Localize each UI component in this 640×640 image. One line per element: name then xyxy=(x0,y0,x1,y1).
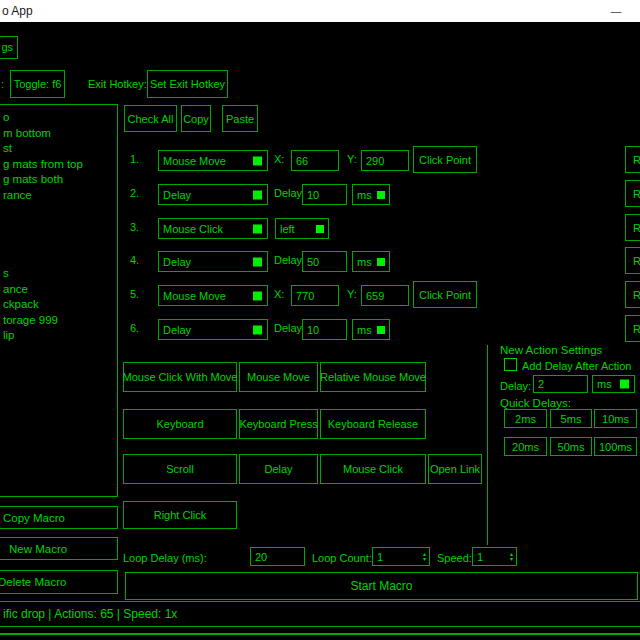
action-type-dropdown[interactable]: Delay xyxy=(158,184,268,205)
exit-hotkey-label: Exit Hotkey: xyxy=(88,78,147,90)
remove-action-button[interactable]: R xyxy=(625,214,640,241)
action-type-value: Delay xyxy=(163,324,191,336)
list-item[interactable] xyxy=(0,219,117,235)
action-type-dropdown[interactable]: Delay xyxy=(158,251,268,272)
speed-stepper[interactable]: 1 ▴ ▾ xyxy=(472,547,517,566)
list-item[interactable]: torage 999 xyxy=(0,313,117,329)
new-action-delay-unit-dropdown[interactable]: ms xyxy=(592,375,635,393)
list-item[interactable] xyxy=(0,204,117,220)
dropdown-indicator-icon xyxy=(253,224,262,233)
action-type-dropdown[interactable]: Mouse Move xyxy=(158,285,268,306)
remove-action-button[interactable]: R xyxy=(625,146,640,173)
minimize-icon[interactable]: — xyxy=(603,0,629,22)
quick-delay-2ms-button[interactable]: 2ms xyxy=(504,409,547,428)
x-input[interactable]: 66 xyxy=(291,150,339,171)
add-delay-button[interactable]: Delay xyxy=(239,454,318,484)
x-input[interactable]: 770 xyxy=(291,285,339,306)
delay-input[interactable]: 10 xyxy=(302,319,347,340)
delay-unit-value: ms xyxy=(357,189,372,201)
list-item[interactable] xyxy=(0,250,117,266)
click-point-button[interactable]: Click Point xyxy=(413,281,477,308)
delay-label: Delay xyxy=(274,322,302,334)
remove-action-button[interactable]: R xyxy=(625,247,640,274)
spinner-down-icon[interactable]: ▾ xyxy=(423,557,426,562)
list-item[interactable]: g mats both xyxy=(0,172,117,188)
action-type-value: Mouse Click xyxy=(163,223,223,235)
add-mouse-click-button[interactable]: Mouse Click xyxy=(320,454,426,484)
paste-button[interactable]: Paste xyxy=(222,105,258,132)
action-row-number: 3. xyxy=(130,221,139,233)
list-item[interactable]: ance xyxy=(0,282,117,298)
add-delay-after-action-checkbox[interactable] xyxy=(504,358,517,371)
new-macro-button[interactable]: New Macro xyxy=(0,537,118,560)
quick-delay-100ms-button[interactable]: 100ms xyxy=(594,437,637,456)
add-keyboard-release-button[interactable]: Keyboard Release xyxy=(320,409,426,439)
spinner-down-icon[interactable]: ▾ xyxy=(510,557,513,562)
list-item[interactable] xyxy=(0,235,117,251)
click-point-button[interactable]: Click Point xyxy=(413,146,477,173)
delay-input[interactable]: 10 xyxy=(302,184,347,205)
loop-delay-input[interactable]: 20 xyxy=(250,547,305,566)
remove-action-button[interactable]: R xyxy=(625,315,640,342)
add-keyboard-button[interactable]: Keyboard xyxy=(123,409,237,439)
quick-delay-50ms-button[interactable]: 50ms xyxy=(550,437,592,456)
new-action-delay-input[interactable]: 2 xyxy=(533,375,588,393)
panel-divider xyxy=(487,345,488,545)
add-mouse-click-with-move-button[interactable]: Mouse Click With Move xyxy=(123,362,237,392)
copy-macro-button[interactable]: Copy Macro xyxy=(0,506,118,529)
delay-unit-dropdown[interactable]: ms xyxy=(352,184,390,205)
list-item[interactable]: lip xyxy=(0,328,117,344)
check-all-button[interactable]: Check All xyxy=(124,105,177,132)
remove-action-button[interactable]: R xyxy=(625,281,640,308)
add-mouse-move-button[interactable]: Mouse Move xyxy=(239,362,318,392)
action-type-dropdown[interactable]: Mouse Move xyxy=(158,150,268,171)
delay-unit-dropdown[interactable]: ms xyxy=(352,319,390,340)
add-keyboard-press-button[interactable]: Keyboard Press xyxy=(239,409,318,439)
dropdown-indicator-icon xyxy=(253,257,262,266)
list-item[interactable]: s xyxy=(0,266,117,282)
status-bar: ific drop | Actions: 65 | Speed: 1x xyxy=(0,601,640,627)
set-exit-hotkey-button[interactable]: Set Exit Hotkey xyxy=(147,70,228,98)
quick-delay-5ms-button[interactable]: 5ms xyxy=(550,409,592,428)
delete-macro-label: Delete Macro xyxy=(0,571,66,593)
add-right-click-button[interactable]: Right Click xyxy=(123,501,237,529)
list-item[interactable]: m bottom xyxy=(0,126,117,142)
list-item[interactable]: st xyxy=(0,141,117,157)
y-input[interactable]: 659 xyxy=(361,285,409,306)
action-row-number: 5. xyxy=(130,288,139,300)
action-type-dropdown[interactable]: Delay xyxy=(158,319,268,340)
add-open-link-button[interactable]: Open Link xyxy=(428,454,482,484)
loop-count-stepper[interactable]: 1 ▴ ▾ xyxy=(372,547,430,566)
speed-label: Speed: xyxy=(437,552,472,564)
tab-settings[interactable]: gs xyxy=(0,36,18,59)
y-input[interactable]: 290 xyxy=(361,150,409,171)
list-item[interactable]: g mats from top xyxy=(0,157,117,173)
macro-list[interactable]: o m bottom st g mats from top g mats bot… xyxy=(0,104,118,497)
window-title: o App xyxy=(2,0,33,22)
add-scroll-button[interactable]: Scroll xyxy=(123,454,237,484)
quick-delay-10ms-button[interactable]: 10ms xyxy=(594,409,637,428)
toggle-hotkey-button[interactable]: Toggle: f6 xyxy=(10,70,65,98)
quick-delay-20ms-button[interactable]: 20ms xyxy=(504,437,547,456)
copy-button[interactable]: Copy xyxy=(181,105,211,132)
delay-input[interactable]: 50 xyxy=(302,251,347,272)
list-item[interactable]: ckpack xyxy=(0,297,117,313)
stepper-arrows[interactable]: ▴ ▾ xyxy=(423,552,426,562)
dropdown-indicator-icon xyxy=(253,156,262,165)
action-type-dropdown[interactable]: Mouse Click xyxy=(158,218,268,239)
dropdown-indicator-icon xyxy=(620,380,629,389)
dropdown-indicator-icon xyxy=(253,190,262,199)
delete-macro-button[interactable]: Delete Macro xyxy=(0,570,118,594)
mouse-button-dropdown[interactable]: left xyxy=(275,218,329,239)
dropdown-indicator-icon xyxy=(377,258,385,266)
stepper-arrows[interactable]: ▴ ▾ xyxy=(510,552,513,562)
remove-action-button[interactable]: R xyxy=(625,180,640,207)
list-item[interactable]: o xyxy=(0,110,117,126)
delay-unit-dropdown[interactable]: ms xyxy=(352,251,390,272)
delay-label: Delay xyxy=(274,254,302,266)
list-item[interactable]: rance xyxy=(0,188,117,204)
start-macro-button[interactable]: Start Macro xyxy=(125,572,638,600)
action-row-number: 1. xyxy=(130,153,139,165)
add-relative-mouse-move-button[interactable]: Relative Mouse Move xyxy=(320,362,426,392)
action-row-number: 6. xyxy=(130,322,139,334)
